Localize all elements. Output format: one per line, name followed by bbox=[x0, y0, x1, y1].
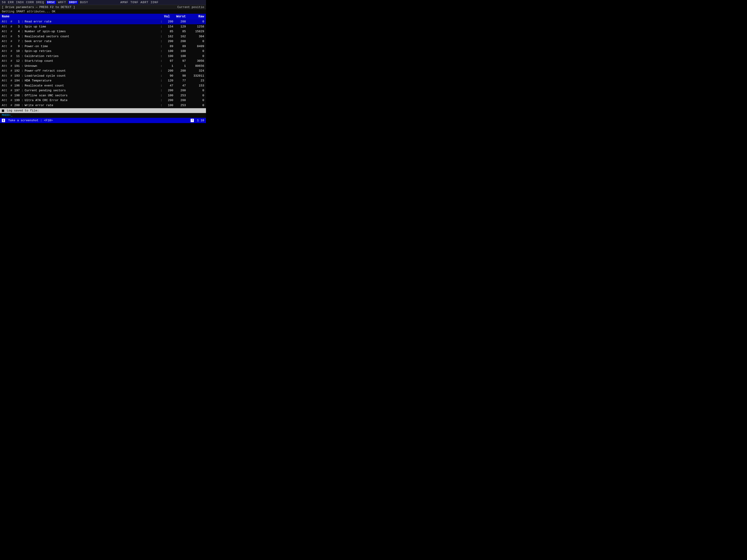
page-number: 1 10 bbox=[197, 119, 204, 122]
status-drdy: DRDY bbox=[68, 1, 78, 4]
row-worst: 47 bbox=[173, 83, 186, 88]
row-num: 199 bbox=[11, 98, 20, 103]
row-sep: : bbox=[160, 20, 163, 24]
row-att: Att bbox=[2, 54, 9, 58]
row-att: Att bbox=[2, 59, 9, 63]
row-val: 85 bbox=[163, 29, 173, 34]
row-num: 194 bbox=[11, 78, 20, 83]
row-worst: 89 bbox=[173, 44, 186, 49]
row-sep: : bbox=[160, 64, 163, 69]
row-name: Spin up time bbox=[23, 25, 160, 29]
row-sep: : bbox=[160, 29, 163, 34]
row-worst: 253 bbox=[173, 93, 186, 98]
bottom-bar: i Take a screenshot : <F10> ! 1 10 bbox=[0, 118, 206, 123]
row-raw: 153 bbox=[186, 83, 204, 88]
row-name: Write error rate bbox=[23, 103, 160, 108]
row-colon: : bbox=[20, 34, 23, 39]
table-row: Att # 7 : Seek error rate : 200 200 0 bbox=[0, 39, 206, 44]
table-row: Att # 12 : Start/stop count : 97 97 3056 bbox=[0, 58, 206, 63]
row-hash: # bbox=[9, 54, 11, 58]
row-worst: 97 bbox=[173, 59, 186, 63]
row-hash: # bbox=[9, 103, 11, 108]
row-att: Att bbox=[2, 78, 9, 83]
row-num: 4 bbox=[11, 29, 20, 34]
row-sep: : bbox=[160, 83, 163, 88]
row-name: Seek error rate bbox=[23, 39, 160, 44]
table-row: Att # 4 : Number of spin-up times : 85 8… bbox=[0, 29, 206, 34]
bottom-bar-left: i Take a screenshot : <F10> bbox=[2, 119, 53, 122]
col-worst-header: Worst bbox=[170, 15, 186, 18]
status-tonf: TONF bbox=[130, 1, 140, 4]
row-sep: : bbox=[160, 88, 163, 93]
row-raw: 0 bbox=[186, 93, 204, 98]
row-num: 200 bbox=[11, 103, 20, 108]
row-num: 196 bbox=[11, 83, 20, 88]
status-drsc: DRSC bbox=[46, 1, 56, 4]
status-bar: 50 ERR INDX CORR DREQ DRSC WRFT DRDY BUS… bbox=[0, 0, 206, 5]
row-val: 89 bbox=[163, 44, 173, 49]
row-colon: : bbox=[20, 39, 23, 44]
row-hash: # bbox=[9, 93, 11, 98]
row-raw: 304 bbox=[186, 34, 204, 39]
status-busy: BUSY bbox=[80, 1, 118, 4]
row-raw: 1258 bbox=[186, 25, 204, 29]
row-name: Reallocate event count bbox=[23, 83, 160, 88]
data-rows: Att # 1 : Read error rate : 200 200 0 At… bbox=[0, 19, 206, 108]
row-colon: : bbox=[20, 59, 23, 63]
status-abrt: ABRT bbox=[140, 1, 151, 4]
row-val: 120 bbox=[163, 78, 173, 83]
row-worst: 200 bbox=[173, 20, 186, 24]
row-name: Ultra ATA CRC Error Rate bbox=[23, 98, 160, 103]
row-val: 47 bbox=[163, 83, 173, 88]
row-att: Att bbox=[2, 74, 9, 78]
row-hash: # bbox=[9, 20, 11, 24]
row-raw: 0 bbox=[186, 39, 204, 44]
table-row: Att # 191 : Unknown : 1 1 80656 bbox=[0, 63, 206, 69]
table-row: Att # 200 : Write error rate : 100 253 0 bbox=[0, 103, 206, 108]
prompt-text: MHDD>_ bbox=[2, 113, 12, 117]
row-hash: # bbox=[9, 25, 11, 29]
row-hash: # bbox=[9, 64, 11, 69]
status-item: 50 bbox=[2, 1, 8, 4]
row-sep: : bbox=[160, 78, 163, 83]
row-worst: 90 bbox=[173, 74, 186, 78]
row-num: 198 bbox=[11, 93, 20, 98]
row-val: 162 bbox=[163, 34, 173, 39]
row-name: Unknown bbox=[23, 64, 160, 69]
table-row: Att # 196 : Reallocate event count : 47 … bbox=[0, 83, 206, 88]
row-raw: 324 bbox=[186, 69, 204, 73]
row-name: Power-on time bbox=[23, 44, 160, 49]
row-sep: : bbox=[160, 34, 163, 39]
row-hash: # bbox=[9, 69, 11, 73]
row-num: 191 bbox=[11, 64, 20, 69]
row-num: 7 bbox=[11, 39, 20, 44]
row-raw: 3056 bbox=[186, 59, 204, 63]
row-name: Start/stop count bbox=[23, 59, 160, 63]
row-hash: # bbox=[9, 83, 11, 88]
screen: 50 ERR INDX CORR DREQ DRSC WRFT DRDY BUS… bbox=[0, 0, 206, 123]
row-num: 10 bbox=[11, 49, 20, 54]
row-worst: 77 bbox=[173, 78, 186, 83]
row-colon: : bbox=[20, 64, 23, 69]
row-att: Att bbox=[2, 103, 9, 108]
row-sep: : bbox=[160, 69, 163, 73]
row-worst: 162 bbox=[173, 34, 186, 39]
row-name: HDA Temperature bbox=[23, 78, 160, 83]
status-err: ERR bbox=[8, 1, 16, 4]
drive-params-text: [ Drive parameters — PRESS F2 to DETECT … bbox=[2, 5, 75, 9]
row-sep: : bbox=[160, 39, 163, 44]
drive-params-bar: [ Drive parameters — PRESS F2 to DETECT … bbox=[0, 5, 206, 9]
row-num: 193 bbox=[11, 74, 20, 78]
row-name: Read error rate bbox=[23, 20, 160, 24]
row-val: 97 bbox=[163, 59, 173, 63]
row-colon: : bbox=[20, 25, 23, 29]
row-name: Calibration retries bbox=[23, 54, 160, 58]
row-colon: : bbox=[20, 29, 23, 34]
row-hash: # bbox=[9, 78, 11, 83]
row-hash: # bbox=[9, 88, 11, 93]
row-colon: : bbox=[20, 93, 23, 98]
info-icon: i bbox=[2, 119, 5, 122]
row-hash: # bbox=[9, 59, 11, 63]
row-sep: : bbox=[160, 44, 163, 49]
getting-smart-bar: Getting SMART attributes... OK bbox=[0, 9, 206, 14]
